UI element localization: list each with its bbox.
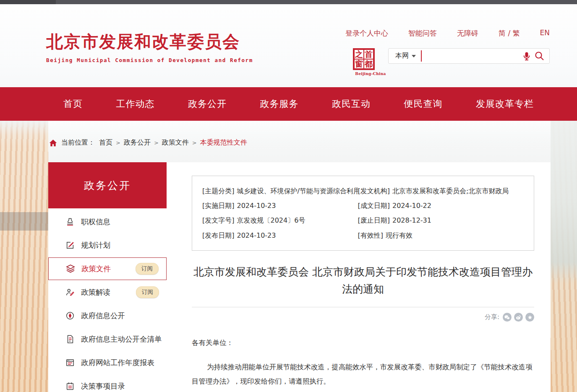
breadcrumb-separator: > <box>154 140 159 146</box>
document-icon <box>65 334 75 344</box>
nav-item-gov-services[interactable]: 政务服务 <box>260 98 299 110</box>
sidebar-item-label: 职权信息 <box>81 217 110 227</box>
meta-value: 京发改规〔2024〕6号 <box>237 216 305 224</box>
meta-value: 2024-10-23 <box>237 231 276 239</box>
document-meta-box: [主题分类]城乡建设、环境保护/节能与资源综合利用 [发文机构]北京市发展和改革… <box>192 176 534 251</box>
background-temple-left <box>0 121 48 392</box>
sidebar-item-gov-info-disclosure[interactable]: 政府信息公开 <box>48 304 167 327</box>
meta-label: [发文机构] <box>358 187 390 195</box>
site-logo[interactable]: 北京市发展和改革委员会 Beijing Municipal Commission… <box>46 30 253 76</box>
content-card: 政务公开 职权信息 <box>48 162 551 392</box>
breadcrumb-home[interactable]: 首页 <box>99 138 112 147</box>
nav-item-home[interactable]: 首页 <box>63 98 83 110</box>
sidebar-item-authority-info[interactable]: 职权信息 <box>48 210 167 234</box>
meta-label: [有效性] <box>358 231 383 239</box>
nav-item-reform-special[interactable]: 发展改革专栏 <box>476 98 534 110</box>
sidebar-item-label: 政策文件 <box>81 264 111 274</box>
background-temple-right <box>551 121 577 392</box>
sidebar-item-decision-catalog[interactable]: 决策事项目录 <box>48 374 167 392</box>
smart-qa-link[interactable]: 智能问答 <box>408 29 437 38</box>
nav-item-work-news[interactable]: 工作动态 <box>116 98 155 110</box>
share-favorite-icon[interactable] <box>525 313 534 322</box>
article-main: [主题分类]城乡建设、环境保护/节能与资源综合利用 [发文机构]北京市发展和改革… <box>167 162 551 392</box>
breadcrumb-policy-files[interactable]: 政策文件 <box>162 138 189 147</box>
search-input[interactable] <box>422 50 522 62</box>
primary-nav: 首页 工作动态 政务公开 政务服务 政民互动 便民查询 发展改革专栏 <box>0 87 577 121</box>
meta-label: [废止日期] <box>358 216 390 224</box>
meta-publish-date: [发布日期]2024-10-23 <box>202 231 358 240</box>
seal-char: 之 <box>354 49 364 59</box>
sidebar-item-label: 政府信息公开 <box>81 311 125 321</box>
body-paragraph: 为持续推动用能单位开展节能技术改造，提高能效水平，市发展改革委、市财政局制定了《… <box>192 360 534 389</box>
site-header: 北京市发展和改革委员会 Beijing Municipal Commission… <box>0 4 577 87</box>
body-salutation: 各有关单位： <box>192 336 534 350</box>
header-utility-links: 登录个人中心 智能问答 无障碍 简 / 繁 EN <box>348 29 550 38</box>
nav-item-gov-disclosure[interactable]: 政务公开 <box>188 98 227 110</box>
meta-value: 现行有效 <box>386 231 413 239</box>
sidebar-item-proactive-disclosure-list[interactable]: 政府信息主动公开全清单 <box>48 327 167 351</box>
breadcrumb-current[interactable]: 本委规范性文件 <box>200 138 247 147</box>
sidebar-item-policy-interpretation[interactable]: 政策解读 订阅 <box>48 280 167 304</box>
sidebar-item-label: 决策事项目录 <box>81 381 125 391</box>
capital-window-seal[interactable]: 之 首 窗 都 Beijing-China <box>353 48 388 76</box>
meta-value: 2024-10-22 <box>392 202 431 210</box>
report-icon <box>65 358 75 368</box>
page-background: 当前位置： 首页 > 政务公开 > 政策文件 > 本委规范性文件 政务公开 <box>0 121 577 392</box>
search-scope-dropdown[interactable]: 本网 <box>395 52 416 60</box>
chevron-down-icon <box>412 55 416 57</box>
sidebar-item-label: 政府信息主动公开全清单 <box>81 334 162 344</box>
seal-char: 窗 <box>354 59 364 69</box>
article-body: 各有关单位： 为持续推动用能单位开展节能技术改造，提高能效水平，市发展改革委、市… <box>192 336 534 392</box>
meta-value: 2024-10-23 <box>237 202 276 210</box>
nav-item-convenient-query[interactable]: 便民查询 <box>404 98 443 110</box>
seal-caption: Beijing-China <box>353 72 388 76</box>
page-title: 北京市发展和改革委员会 北京市财政局关于印发节能技术改造项目管理办法的通知 <box>193 263 533 298</box>
sidebar-item-label: 政府网站工作年度报表 <box>81 358 154 368</box>
search-scope-label: 本网 <box>395 52 409 60</box>
meta-implementation-date: [实施日期]2024-10-23 <box>202 201 358 210</box>
site-search-box: 本网 <box>388 48 550 64</box>
accessibility-link[interactable]: 无障碍 <box>457 29 478 38</box>
sidebar-item-policy-files[interactable]: 政策文件 订阅 <box>48 257 167 280</box>
title-divider <box>192 307 534 307</box>
meta-label: [主题分类] <box>202 187 234 195</box>
subscribe-badge[interactable]: 订阅 <box>136 286 159 298</box>
sidebar-item-annual-website-report[interactable]: 政府网站工作年度报表 <box>48 351 167 374</box>
microphone-icon[interactable] <box>522 52 531 61</box>
meta-document-number: [发文字号]京发改规〔2024〕6号 <box>202 215 358 225</box>
edit-icon <box>65 240 75 250</box>
sidebar: 政务公开 职权信息 <box>48 162 167 392</box>
subscribe-badge[interactable]: 订阅 <box>136 263 159 275</box>
sidebar-item-label: 政策解读 <box>81 287 110 297</box>
meta-label: [发布日期] <box>202 231 234 239</box>
search-icon[interactable] <box>535 51 544 61</box>
share-weibo-icon[interactable] <box>514 313 523 322</box>
meta-written-date: [成文日期]2024-10-22 <box>358 201 530 210</box>
site-logo-subtitle: Beijing Municipal Commission of Developm… <box>46 57 253 63</box>
share-label: 分享: <box>485 313 499 321</box>
meta-label: [实施日期] <box>202 202 234 210</box>
seal-char: 都 <box>364 59 373 69</box>
share-row: 分享: <box>192 313 534 322</box>
seal-grid: 之 首 窗 都 <box>353 48 375 70</box>
breadcrumb-label: 当前位置： <box>61 138 95 147</box>
nav-item-interaction[interactable]: 政民互动 <box>332 98 371 110</box>
share-wechat-icon[interactable] <box>503 313 512 322</box>
sidebar-title: 政务公开 <box>48 162 167 208</box>
seal-char: 首 <box>364 49 373 59</box>
stamp-icon <box>65 217 75 227</box>
meta-issuing-agency: [发文机构]北京市发展和改革委员会;北京市财政局 <box>358 186 530 196</box>
sidebar-item-label: 规划计划 <box>81 240 110 250</box>
calendar-icon <box>65 381 75 391</box>
simplified-traditional-link[interactable]: 简 / 繁 <box>499 29 520 38</box>
breadcrumb: 当前位置： 首页 > 政务公开 > 政策文件 > 本委规范性文件 <box>0 121 577 147</box>
layers-icon <box>65 264 76 274</box>
meta-abolition-date: [废止日期]2028-12-31 <box>358 215 530 225</box>
sidebar-item-planning[interactable]: 规划计划 <box>48 234 167 257</box>
login-link[interactable]: 登录个人中心 <box>345 29 388 38</box>
breadcrumb-separator: > <box>116 140 120 146</box>
breadcrumb-separator: > <box>192 140 197 146</box>
home-icon[interactable] <box>49 139 57 147</box>
english-link[interactable]: EN <box>540 29 550 38</box>
breadcrumb-gov-disclosure[interactable]: 政务公开 <box>124 138 151 147</box>
